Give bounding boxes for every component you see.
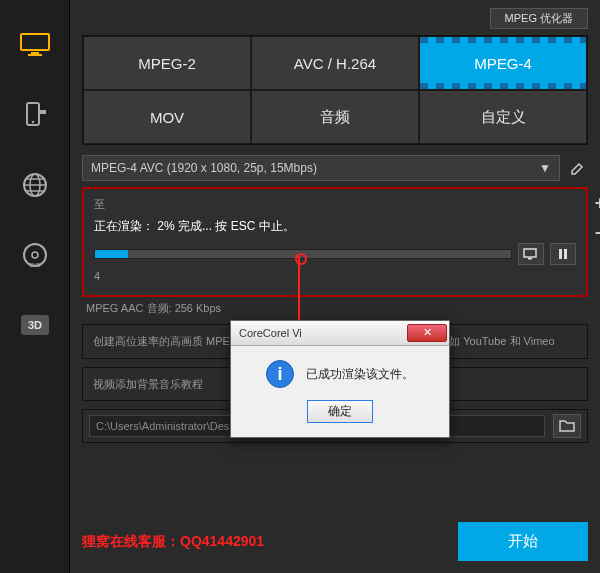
sidebar-item-web[interactable]	[14, 170, 56, 200]
svg-rect-1	[31, 52, 39, 54]
preview-button[interactable]	[518, 243, 544, 265]
format-avc[interactable]: AVC / H.264	[251, 36, 419, 90]
watermark-text: 狸窝在线客服：QQ41442901	[82, 533, 264, 551]
svg-rect-19	[564, 249, 567, 259]
svg-rect-5	[40, 110, 46, 114]
render-status: 正在渲染： 2% 完成... 按 ESC 中止。	[94, 218, 576, 235]
success-dialog: CoreCorel Vi ✕ i 已成功渲染该文件。 确定	[230, 320, 450, 438]
svg-rect-2	[28, 54, 42, 56]
sidebar-item-monitor[interactable]	[14, 30, 56, 60]
progress-bar	[94, 249, 512, 259]
audio-info: MPEG AAC 音频: 256 Kbps	[86, 301, 588, 316]
svg-rect-17	[528, 258, 532, 260]
preset-label: MPEG-4 AVC (1920 x 1080, 25p, 15Mbps)	[91, 161, 317, 175]
meta-line-4: 4	[94, 269, 576, 284]
svg-rect-0	[21, 34, 49, 50]
svg-text:3D: 3D	[27, 319, 41, 331]
dialog-close-button[interactable]: ✕	[407, 324, 447, 342]
optimizer-tag[interactable]: MPEG 优化器	[490, 8, 588, 29]
pause-button[interactable]	[550, 243, 576, 265]
format-audio[interactable]: 音频	[251, 90, 419, 144]
dialog-message: 已成功渲染该文件。	[306, 366, 414, 383]
svg-rect-18	[559, 249, 562, 259]
format-custom[interactable]: 自定义	[419, 90, 587, 144]
add-button[interactable]: +	[590, 193, 600, 213]
sidebar-item-disc[interactable]: DVD	[14, 240, 56, 270]
format-grid: MPEG-2 AVC / H.264 MPEG-4 MOV 音频 自定义	[82, 35, 588, 145]
format-mpeg4[interactable]: MPEG-4	[419, 36, 587, 90]
dialog-ok-button[interactable]: 确定	[307, 400, 373, 423]
main-panel: MPEG 优化器 MPEG-2 AVC / H.264 MPEG-4 MOV 音…	[70, 0, 600, 573]
svg-point-12	[32, 252, 38, 258]
sidebar-item-mobile[interactable]	[14, 100, 56, 130]
meta-line-1: 至	[94, 197, 576, 212]
sidebar-item-3d[interactable]: 3D	[14, 310, 56, 340]
info-icon: i	[266, 360, 294, 388]
sidebar: DVD 3D	[0, 0, 70, 573]
dialog-title-text: CoreCorel Vi	[239, 327, 302, 339]
progress-fill	[95, 250, 128, 258]
render-panel: + − 至 正在渲染： 2% 完成... 按 ESC 中止。 4	[82, 187, 588, 297]
start-button[interactable]: 开始	[458, 522, 588, 561]
format-mov[interactable]: MOV	[83, 90, 251, 144]
format-mpeg2[interactable]: MPEG-2	[83, 36, 251, 90]
preset-select[interactable]: MPEG-4 AVC (1920 x 1080, 25p, 15Mbps) ▼	[82, 155, 560, 181]
svg-rect-16	[524, 249, 536, 257]
svg-text:DVD: DVD	[29, 262, 40, 268]
chevron-down-icon: ▼	[539, 161, 551, 175]
browse-folder-button[interactable]	[553, 414, 581, 438]
remove-button[interactable]: −	[590, 223, 600, 243]
svg-point-4	[31, 121, 33, 123]
edit-preset-button[interactable]	[568, 158, 588, 178]
